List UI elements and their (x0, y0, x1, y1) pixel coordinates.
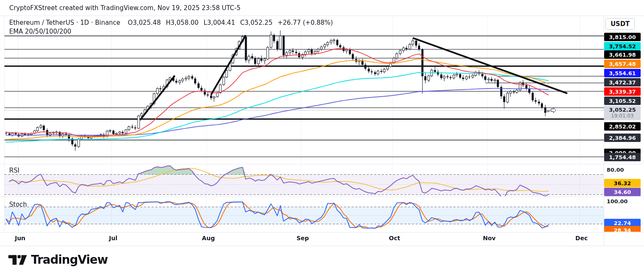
time-axis-label: Nov (480, 235, 499, 241)
price-axis-label: 3,052.2519:01:03 (604, 106, 641, 120)
symbol-title: Ethereum / TetherUS · 1D · Binance (9, 19, 120, 26)
attribution-text: CryptoFXStreet created with TradingView.… (9, 4, 241, 12)
price-axis-label: 3,472.37 (604, 78, 641, 87)
tradingview-logo-icon (8, 254, 27, 266)
rsi-axis-label: 80.00 (607, 167, 624, 173)
rsi-axis-label: 34.60 (604, 188, 641, 196)
price-axis-label: 2,852.02 (604, 122, 641, 131)
price-axis-label: 3,554.61 (604, 69, 641, 77)
price-axis-label: 3,815.00 (604, 33, 641, 41)
time-axis-label: Aug (199, 235, 218, 241)
stoch-axis-label: 100.00 (607, 198, 628, 205)
time-axis-label: Jul (104, 235, 122, 241)
price-axis-label: 2,384.96 (604, 134, 641, 142)
indicator-title: EMA 20/50/100/200 (9, 28, 71, 35)
price-axis-label: 3,661.98 (604, 50, 641, 59)
ohlc-open: O3,025.48 (128, 19, 161, 26)
ohlc-low: L3,004.41 (204, 19, 235, 26)
price-axis-label: 1,754.48 (604, 153, 641, 161)
currency-toggle-button[interactable]: USDT (605, 18, 635, 30)
time-axis-label: Jun (11, 235, 29, 241)
price-axis-label: 3,105.52 (604, 97, 641, 105)
symbol-title-row: Ethereum / TetherUS · 1D · BinanceO3,025… (9, 19, 333, 26)
time-axis-label: Oct (385, 235, 404, 241)
price-axis-label: 3,754.52 (604, 42, 641, 50)
time-axis-label: Sep (293, 235, 312, 241)
price-axis-label: 3,657.48 (604, 60, 641, 68)
ohlc-close: C3,052.25 (240, 19, 273, 26)
ohlc-high: H3,058.00 (166, 19, 198, 26)
ohlc-change: +26.77 (+0.88%) (278, 19, 333, 26)
tradingview-chart-export: CryptoFXStreet created with TradingView.… (0, 0, 644, 278)
rsi-pane-label: RSI (9, 167, 19, 174)
time-axis-label: Dec (572, 235, 591, 241)
tradingview-logo[interactable]: TradingView (8, 253, 108, 267)
price-chart-canvas[interactable] (0, 0, 644, 278)
price-axis-label: 3,339.37 (604, 87, 641, 96)
rsi-axis-label: 36.32 (604, 179, 641, 187)
stoch-pane-label: Stoch (9, 201, 27, 208)
tradingview-logo-text: TradingView (31, 253, 108, 267)
